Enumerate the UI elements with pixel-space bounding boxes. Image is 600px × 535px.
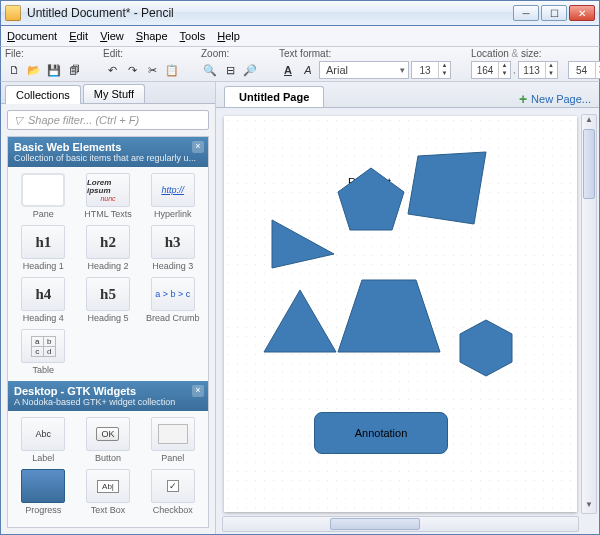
save-button[interactable]: 💾 <box>45 61 63 79</box>
svg-marker-0 <box>338 168 404 230</box>
shape-panel: Collections My Stuff ▽ Shape filter... (… <box>1 82 216 534</box>
shape-triangle[interactable] <box>268 216 338 272</box>
open-button[interactable]: 📂 <box>25 61 43 79</box>
close-button[interactable]: ✕ <box>569 5 595 21</box>
tab-collections[interactable]: Collections <box>5 85 81 104</box>
shape-filter-input[interactable]: ▽ Shape filter... (Ctrl + F) <box>7 110 209 130</box>
canvas-annotation[interactable]: Annotation <box>314 412 448 454</box>
save-as-button[interactable]: 🗐 <box>65 61 83 79</box>
shape-pane[interactable]: Pane <box>12 171 75 221</box>
edit-group-label: Edit: <box>103 48 181 59</box>
cut-button[interactable]: ✂ <box>143 61 161 79</box>
shape-h4[interactable]: h4Heading 4 <box>12 275 75 325</box>
size-w-spinner[interactable]: 54▲▼ <box>568 61 600 79</box>
menu-shape[interactable]: Shape <box>136 30 168 42</box>
vertical-scrollbar[interactable]: ▲▼ <box>581 114 597 514</box>
page-tab[interactable]: Untitled Page <box>224 86 324 107</box>
zoom-group-label: Zoom: <box>201 48 259 59</box>
menu-edit[interactable]: Edit <box>69 30 88 42</box>
collection-header-gtk[interactable]: Desktop - GTK Widgets A Nodoka-based GTK… <box>8 381 208 411</box>
pos-y-spinner[interactable]: 113▲▼ <box>518 61 558 79</box>
undo-button[interactable]: ↶ <box>103 61 121 79</box>
shape-html-texts[interactable]: Lorem ipsumnuncHTML Texts <box>77 171 140 221</box>
shape-h5[interactable]: h5Heading 5 <box>77 275 140 325</box>
shape-textbox[interactable]: Ab|Text Box <box>77 467 140 517</box>
shape-h2[interactable]: h2Heading 2 <box>77 223 140 273</box>
maximize-button[interactable]: ☐ <box>541 5 567 21</box>
menu-view[interactable]: View <box>100 30 124 42</box>
shape-progress[interactable]: Progress <box>12 467 75 517</box>
filter-icon: ▽ <box>14 114 22 127</box>
shape-quad[interactable] <box>404 148 490 228</box>
shape-h3[interactable]: h3Heading 3 <box>141 223 204 273</box>
collapse-icon[interactable]: × <box>192 141 204 153</box>
shape-panel[interactable]: Panel <box>141 415 204 465</box>
svg-marker-3 <box>264 290 336 352</box>
shape-hexagon[interactable] <box>454 316 518 380</box>
menu-tools[interactable]: Tools <box>180 30 206 42</box>
tab-mystuff[interactable]: My Stuff <box>83 84 145 103</box>
filter-placeholder: Shape filter... (Ctrl + F) <box>28 114 139 126</box>
collections-list[interactable]: Basic Web Elements Collection of basic i… <box>7 136 209 528</box>
shape-table[interactable]: abcdTable <box>12 327 75 377</box>
font-size-value: 13 <box>412 65 438 76</box>
drawing-canvas[interactable]: Rich text Annotation <box>224 116 577 512</box>
toolbar: File: 🗋 📂 💾 🗐 Edit: ↶ ↷ ✂ 📋 Zoom: 🔍 ⊟ 🔎 … <box>0 46 600 82</box>
window-titlebar: Untitled Document* - Pencil ─ ☐ ✕ <box>0 0 600 26</box>
paste-button[interactable]: 📋 <box>163 61 181 79</box>
pos-x-spinner[interactable]: 164▲▼ <box>471 61 511 79</box>
text-color-button[interactable]: A <box>279 61 297 79</box>
menu-help[interactable]: Help <box>217 30 240 42</box>
shape-label[interactable]: AbcLabel <box>12 415 75 465</box>
font-family-combo[interactable]: Arial <box>319 61 409 79</box>
file-group-label: File: <box>5 48 83 59</box>
horizontal-scrollbar[interactable] <box>222 516 579 532</box>
shape-checkbox[interactable]: ✓Checkbox <box>141 467 204 517</box>
font-size-spinner[interactable]: 13▲▼ <box>411 61 451 79</box>
textfmt-group-label: Text format: <box>279 48 451 59</box>
plus-icon: + <box>519 91 527 107</box>
menubar: Document Edit View Shape Tools Help <box>0 26 600 46</box>
canvas-area: Untitled Page +New Page... Rich text Ann… <box>216 82 599 534</box>
shape-triangle-2[interactable] <box>260 286 340 356</box>
shape-button[interactable]: OKButton <box>77 415 140 465</box>
window-title: Untitled Document* - Pencil <box>27 6 513 20</box>
svg-marker-1 <box>408 152 486 224</box>
shape-hyperlink[interactable]: http://Hyperlink <box>141 171 204 221</box>
zoom-in-button[interactable]: 🔎 <box>241 61 259 79</box>
shape-breadcrumb[interactable]: a > b > cBread Crumb <box>141 275 204 325</box>
shape-h1[interactable]: h1Heading 1 <box>12 223 75 273</box>
shape-trapezoid[interactable] <box>334 276 444 356</box>
minimize-button[interactable]: ─ <box>513 5 539 21</box>
svg-marker-5 <box>460 320 512 376</box>
svg-marker-2 <box>272 220 334 268</box>
collection-header-basic-web[interactable]: Basic Web Elements Collection of basic i… <box>8 137 208 167</box>
zoom-out-button[interactable]: 🔍 <box>201 61 219 79</box>
collapse-icon[interactable]: × <box>192 385 204 397</box>
new-doc-button[interactable]: 🗋 <box>5 61 23 79</box>
location-size-label: Location & size: <box>471 48 600 59</box>
menu-document[interactable]: Document <box>7 30 57 42</box>
app-icon <box>5 5 21 21</box>
redo-button[interactable]: ↷ <box>123 61 141 79</box>
svg-marker-4 <box>338 280 440 352</box>
new-page-button[interactable]: +New Page... <box>519 91 591 107</box>
text-style-button[interactable]: A <box>299 61 317 79</box>
zoom-reset-button[interactable]: ⊟ <box>221 61 239 79</box>
font-family-value: Arial <box>326 64 348 76</box>
shape-pentagon[interactable] <box>334 164 408 234</box>
